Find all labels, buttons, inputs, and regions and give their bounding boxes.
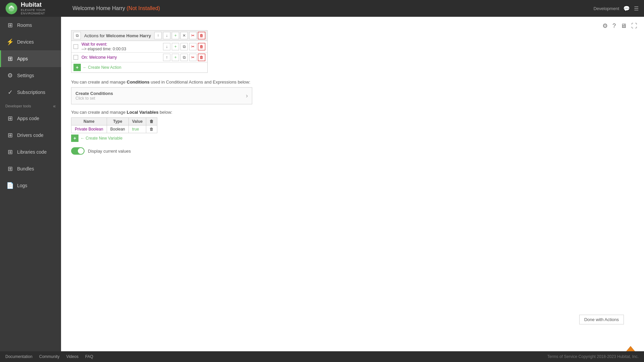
- help-icon[interactable]: ?: [612, 22, 616, 30]
- libraries-code-icon: ⊞: [6, 148, 14, 156]
- apps-code-icon: ⊞: [6, 115, 14, 122]
- variables-intro: You can create and manage Local Variable…: [71, 110, 634, 115]
- sidebar: ⊞ Rooms ⚡ Devices ⊞ Apps ⚙ Settings ✓ Su…: [0, 17, 61, 351]
- header: Hubitat ELEVATE YOUR ENVIRONMENT Welcome…: [0, 0, 644, 17]
- row1-delete-btn[interactable]: 🗑: [198, 43, 205, 50]
- on-text: On: Welcome Harry: [82, 55, 160, 60]
- sidebar-item-apps-code[interactable]: ⊞ Apps code: [0, 110, 61, 127]
- wait-text: Wait for event:: [82, 42, 160, 47]
- sidebar-item-subscriptions[interactable]: ✓ Subscriptions: [0, 84, 61, 101]
- action-checkbox-1[interactable]: [73, 44, 78, 49]
- row2-delete-btn[interactable]: 🗑: [198, 54, 205, 61]
- create-action-link[interactable]: ← Create New Action: [83, 65, 121, 70]
- add-var-btn[interactable]: +: [71, 135, 78, 142]
- sidebar-item-logs[interactable]: 📄 Logs: [0, 177, 61, 194]
- developer-tools-section: Developer tools «: [0, 101, 61, 110]
- action-content-on: On: Welcome Harry: [79, 55, 162, 60]
- sidebar-item-drivers-code[interactable]: ⊞ Drivers code: [0, 127, 61, 144]
- done-with-actions-btn[interactable]: Done with Actions: [579, 315, 624, 324]
- copy-action-btn[interactable]: ⧉: [73, 32, 81, 39]
- sidebar-item-devices[interactable]: ⚡ Devices: [0, 34, 61, 50]
- delete-action-btn[interactable]: 🗑: [198, 32, 205, 39]
- sidebar-item-label: Libraries code: [17, 149, 47, 155]
- collapse-dev-icon[interactable]: «: [53, 103, 56, 109]
- row1-copy-btn[interactable]: ⧉: [180, 43, 188, 50]
- row1-scissors-btn[interactable]: ✂: [189, 43, 197, 50]
- notification-icon[interactable]: 💬: [623, 5, 630, 12]
- action-content-wait: Wait for event: --> elapsed time: 0:00:0…: [79, 42, 162, 51]
- footer: Documentation Community Videos FAQ Terms…: [0, 351, 644, 362]
- bundles-icon: ⊞: [6, 165, 14, 172]
- conditions-box[interactable]: Create Conditions Click to set ›: [71, 87, 252, 104]
- var-value-1: true: [128, 125, 146, 133]
- conditions-subtitle: Click to set: [75, 96, 246, 101]
- display-toggle-row: Display current values: [71, 147, 634, 155]
- arrow-up-svg: [621, 345, 641, 351]
- row1-down-btn[interactable]: ↓: [163, 43, 170, 50]
- create-var-link[interactable]: ← Create New Variable: [80, 136, 122, 141]
- var-name-1: Private Boolean: [71, 125, 107, 133]
- content-area: ⚙ ? 🖥 ⛶ ⧉ Actions for Welcome Home Harry…: [61, 17, 644, 351]
- vars-col-value: Value: [128, 118, 146, 125]
- footer-link-documentation[interactable]: Documentation: [5, 354, 33, 359]
- vars-col-delete: 🗑: [146, 118, 157, 125]
- add-var-row: + ← Create New Variable: [71, 135, 634, 142]
- footer-link-community[interactable]: Community: [39, 354, 60, 359]
- menu-icon[interactable]: ☰: [634, 5, 639, 12]
- header-title: Welcome Home Harry (Not Installed): [66, 5, 593, 11]
- footer-link-videos[interactable]: Videos: [66, 354, 78, 359]
- move-down-btn[interactable]: ↓: [163, 32, 170, 39]
- logo: Hubitat ELEVATE YOUR ENVIRONMENT: [5, 2, 66, 15]
- var-row-1: Private Boolean Boolean true 🗑: [71, 125, 157, 133]
- add-action-header-btn[interactable]: +: [172, 32, 179, 39]
- sidebar-item-rooms[interactable]: ⊞ Rooms: [0, 17, 61, 34]
- sidebar-item-apps[interactable]: ⊞ Apps: [0, 50, 61, 67]
- display-toggle[interactable]: [71, 147, 85, 155]
- conditions-arrow-icon: ›: [246, 92, 248, 99]
- conditions-box-text: Create Conditions Click to set: [75, 91, 246, 101]
- row1-add-btn[interactable]: +: [172, 43, 179, 50]
- subscriptions-icon: ✓: [6, 89, 14, 96]
- cancel-action-btn[interactable]: ✕: [180, 32, 188, 39]
- row2-up-btn[interactable]: ↑: [163, 54, 170, 61]
- sidebar-item-label: Rooms: [17, 22, 32, 28]
- action-row-on: On: Welcome Harry ↑ + ⧉ ✂ 🗑: [71, 53, 207, 62]
- elapsed-text: --> elapsed time: 0:00:03: [82, 47, 160, 51]
- row2-add-btn[interactable]: +: [172, 54, 179, 61]
- var-delete-1[interactable]: 🗑: [146, 125, 157, 133]
- sidebar-item-bundles[interactable]: ⊞ Bundles: [0, 160, 61, 177]
- scissors-btn[interactable]: ✂: [189, 32, 197, 39]
- sidebar-item-label: Subscriptions: [17, 90, 45, 95]
- add-action-row: + ← Create New Action: [71, 62, 207, 72]
- logo-text-block: Hubitat ELEVATE YOUR ENVIRONMENT: [21, 2, 66, 15]
- expand-icon[interactable]: ⛶: [631, 22, 637, 30]
- display-icon[interactable]: 🖥: [621, 22, 627, 30]
- rooms-icon: ⊞: [6, 21, 14, 29]
- logo-sub: ELEVATE YOUR ENVIRONMENT: [21, 8, 66, 15]
- variables-table: Name Type Value 🗑 Private Boolean Boolea…: [71, 117, 157, 133]
- actions-table: ⧉ Actions for Welcome Home Harry ↑ ↓ + ✕…: [71, 30, 208, 73]
- sidebar-item-label: Logs: [17, 183, 27, 188]
- logs-icon: 📄: [6, 182, 14, 189]
- footer-link-faq[interactable]: FAQ: [85, 354, 93, 359]
- action-row-wait: Wait for event: --> elapsed time: 0:00:0…: [71, 41, 207, 53]
- conditions-intro: You can create and manage Conditions use…: [71, 80, 634, 85]
- conditions-title: Create Conditions: [75, 91, 246, 96]
- row2-copy-btn[interactable]: ⧉: [180, 54, 188, 61]
- sidebar-item-label: Bundles: [17, 166, 34, 171]
- actions-header-row: ⧉ Actions for Welcome Home Harry ↑ ↓ + ✕…: [71, 31, 207, 41]
- move-up-btn[interactable]: ↑: [154, 32, 162, 39]
- header-icons: Development 💬 ☰: [593, 5, 639, 12]
- action-checkbox-2[interactable]: [73, 55, 78, 60]
- sidebar-item-label: Settings: [17, 73, 34, 78]
- svg-point-2: [10, 6, 12, 7]
- sidebar-item-libraries-code[interactable]: ⊞ Libraries code: [0, 144, 61, 160]
- drivers-code-icon: ⊞: [6, 132, 14, 139]
- row2-scissors-btn[interactable]: ✂: [189, 54, 197, 61]
- content-toolbar: ⚙ ? 🖥 ⛶: [602, 22, 637, 30]
- toggle-label: Display current values: [88, 149, 131, 154]
- add-action-btn[interactable]: +: [73, 64, 81, 71]
- sidebar-item-settings[interactable]: ⚙ Settings: [0, 67, 61, 84]
- gear-icon[interactable]: ⚙: [602, 22, 608, 30]
- sidebar-item-label: Apps: [17, 56, 28, 61]
